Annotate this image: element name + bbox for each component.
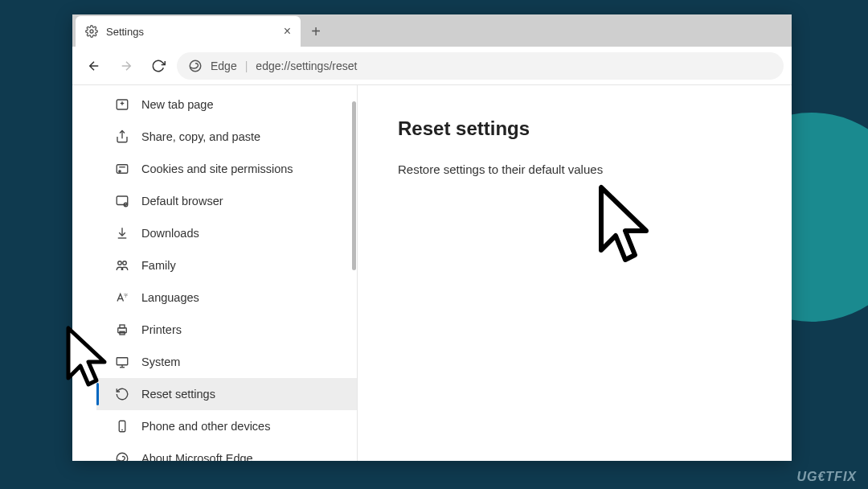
svg-point-14 [123, 261, 127, 265]
svg-rect-18 [120, 325, 125, 328]
edge-icon [188, 59, 203, 73]
sidebar-item-label: Reset settings [141, 388, 215, 401]
family-icon [114, 257, 130, 273]
browser-window: Settings × + Edge | edge://settings/rese… [72, 14, 792, 461]
sidebar-item-label: Printers [141, 323, 182, 336]
cookies-icon [114, 161, 130, 177]
content-area: New tab page Share, copy, and paste Cook… [72, 85, 792, 461]
sidebar-item-label: Cookies and site permissions [141, 162, 293, 175]
sidebar-item-phone[interactable]: Phone and other devices [96, 410, 357, 442]
refresh-button[interactable] [145, 52, 172, 80]
sidebar-item-label: Share, copy, and paste [141, 130, 260, 143]
address-prefix: Edge [211, 60, 237, 72]
printer-icon [114, 322, 130, 338]
language-icon: 字 [114, 290, 130, 306]
sidebar-item-label: New tab page [141, 98, 213, 111]
phone-icon [114, 418, 130, 434]
main-panel: Reset settings Restore settings to their… [358, 85, 792, 461]
sidebar-item-new-tab-page[interactable]: New tab page [96, 88, 357, 121]
close-icon[interactable]: × [284, 24, 291, 39]
sidebar-item-default-browser[interactable]: Default browser [96, 185, 357, 217]
tab-strip: Settings × + [72, 14, 792, 47]
default-browser-icon [114, 193, 130, 209]
sidebar-item-share[interactable]: Share, copy, and paste [96, 121, 357, 153]
sidebar-item-reset-settings[interactable]: Reset settings [96, 378, 357, 410]
sidebar-scrollbar[interactable] [352, 101, 356, 270]
address-divider: | [245, 60, 248, 72]
watermark: UG€TFIX [796, 470, 857, 484]
gear-icon [85, 25, 98, 38]
svg-point-0 [90, 30, 93, 33]
sidebar-item-downloads[interactable]: Downloads [96, 217, 357, 249]
sidebar-item-label: Downloads [141, 227, 199, 240]
sidebar-item-label: Phone and other devices [141, 420, 270, 433]
tab-title: Settings [106, 26, 144, 38]
svg-point-13 [118, 261, 122, 265]
sidebar-item-label: Family [141, 259, 176, 272]
reset-icon [114, 386, 130, 402]
page-heading: Reset settings [398, 117, 751, 140]
svg-rect-6 [117, 165, 128, 174]
newtab-icon [114, 97, 130, 113]
sidebar-item-about[interactable]: About Microsoft Edge [96, 442, 357, 461]
svg-point-1 [190, 60, 201, 72]
system-icon [114, 354, 130, 370]
address-bar[interactable]: Edge | edge://settings/reset [177, 52, 784, 80]
forward-button[interactable] [113, 52, 140, 80]
sidebar-item-label: Default browser [141, 195, 223, 208]
toolbar: Edge | edge://settings/reset [72, 47, 792, 85]
share-icon [114, 129, 130, 145]
new-tab-button[interactable]: + [301, 16, 331, 47]
sidebar-item-system[interactable]: System [96, 346, 357, 378]
back-button[interactable] [80, 52, 108, 80]
sidebar-item-languages[interactable]: 字 Languages [96, 281, 357, 314]
sidebar-item-label: Languages [141, 291, 199, 304]
tab-settings[interactable]: Settings × [76, 16, 301, 47]
edge-logo-icon [114, 450, 130, 461]
svg-point-7 [119, 171, 121, 172]
sidebar-item-printers[interactable]: Printers [96, 314, 357, 346]
sidebar-item-label: About Microsoft Edge [141, 452, 253, 461]
sidebar-item-cookies[interactable]: Cookies and site permissions [96, 153, 357, 185]
svg-rect-20 [117, 358, 128, 365]
address-url: edge://settings/reset [256, 60, 357, 72]
download-icon [114, 225, 130, 241]
reset-option[interactable]: Restore settings to their default values [398, 162, 751, 176]
sidebar-item-family[interactable]: Family [96, 249, 357, 281]
settings-sidebar: New tab page Share, copy, and paste Cook… [72, 85, 358, 461]
sidebar-item-label: System [141, 355, 180, 368]
svg-text:字: 字 [124, 293, 128, 298]
